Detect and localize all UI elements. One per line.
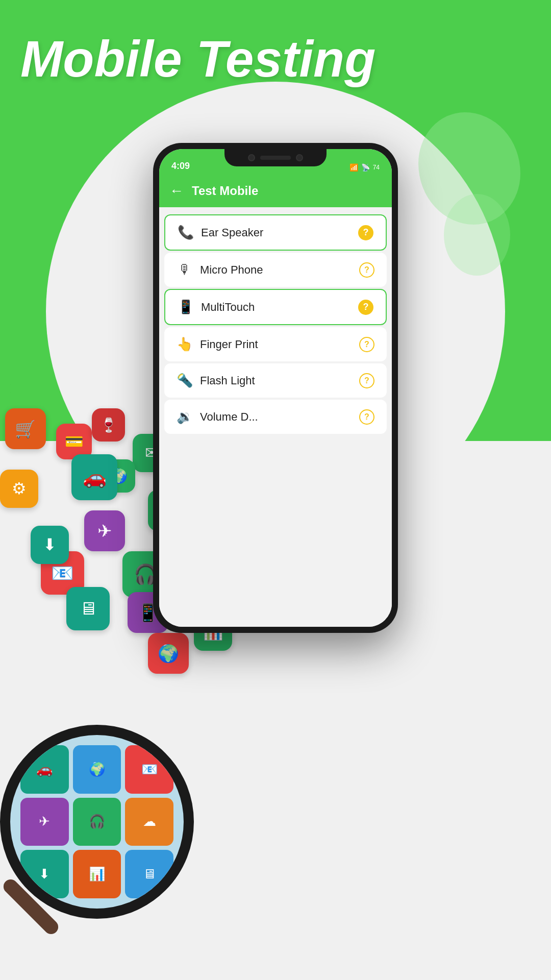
magnifier-glass: 🚗 🌍 📧 ✈ 🎧 ☁ ⬇ 📊 🖥: [0, 725, 194, 919]
decoration-blob2: [444, 194, 510, 276]
finger-print-icon: 👆: [177, 336, 193, 352]
status-icons: 📶 📡 74: [349, 163, 380, 172]
test-list: 📞 Ear Speaker ? 🎙 Micro Phone ? 📱 MultiT…: [159, 207, 392, 627]
list-item-ear-speaker[interactable]: 📞 Ear Speaker ?: [164, 214, 387, 251]
micro-phone-icon: 🎙: [177, 262, 193, 278]
list-item-flash-light[interactable]: 🔦 Flash Light ?: [164, 363, 387, 398]
list-item-finger-print[interactable]: 👆 Finger Print ?: [164, 327, 387, 361]
volume-down-label: Volume D...: [200, 410, 352, 424]
wifi-icon: 📶: [349, 163, 358, 172]
battery-icon: 74: [373, 164, 380, 171]
ear-speaker-label: Ear Speaker: [201, 226, 351, 239]
decorative-square: [10, 383, 21, 394]
multi-touch-help[interactable]: ?: [358, 300, 373, 315]
list-item-multi-touch[interactable]: 📱 MultiTouch ?: [164, 289, 387, 325]
status-time: 4:09: [171, 161, 190, 172]
list-item-volume-down[interactable]: 🔉 Volume D... ?: [164, 400, 387, 434]
phone-body: 4:09 📶 📡 74 ← Test Mobile 📞 Ear Speaker …: [153, 143, 398, 633]
multi-touch-label: MultiTouch: [201, 301, 351, 314]
notch-speaker: [260, 156, 291, 160]
app-title-label: Test Mobile: [192, 184, 258, 198]
magnifier: 🚗 🌍 📧 ✈ 🎧 ☁ ⬇ 📊 🖥: [0, 725, 209, 949]
phone-screen: 4:09 📶 📡 74 ← Test Mobile 📞 Ear Speaker …: [159, 149, 392, 627]
ear-speaker-help[interactable]: ?: [358, 225, 373, 240]
phone-notch: [224, 149, 327, 166]
flash-light-help[interactable]: ?: [359, 373, 374, 388]
micro-phone-label: Micro Phone: [200, 263, 352, 277]
finger-print-label: Finger Print: [200, 338, 352, 351]
signal-icon: 📡: [361, 163, 370, 172]
flash-light-label: Flash Light: [200, 374, 352, 387]
volume-down-help[interactable]: ?: [359, 409, 374, 425]
app-header: ← Test Mobile: [159, 175, 392, 207]
notch-camera: [248, 154, 255, 161]
ear-speaker-icon: 📞: [178, 225, 194, 240]
page-title: Mobile Testing: [20, 31, 375, 87]
finger-print-help[interactable]: ?: [359, 337, 374, 352]
phone-mockup: 4:09 📶 📡 74 ← Test Mobile 📞 Ear Speaker …: [153, 143, 398, 633]
multi-touch-icon: 📱: [178, 299, 194, 315]
back-button[interactable]: ←: [169, 183, 184, 199]
notch-camera2: [296, 154, 303, 161]
list-item-micro-phone[interactable]: 🎙 Micro Phone ?: [164, 253, 387, 287]
micro-phone-help[interactable]: ?: [359, 262, 374, 278]
volume-down-icon: 🔉: [177, 409, 193, 425]
flash-light-icon: 🔦: [177, 373, 193, 388]
